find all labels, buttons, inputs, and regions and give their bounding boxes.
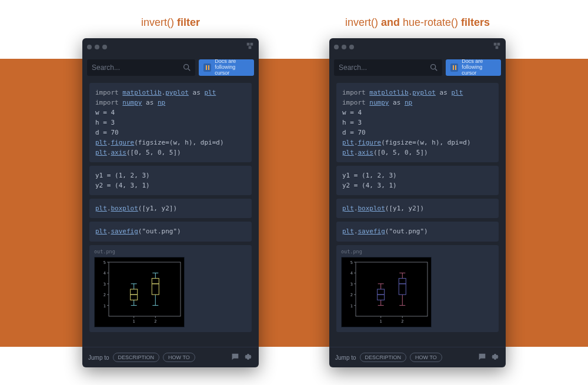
window-controls[interactable] [334,45,354,49]
search-bar: Docs are following cursor [329,56,506,81]
heading-right-word: filters [458,16,490,28]
pause-icon [450,63,458,72]
heading-left: invert() filter [82,16,259,29]
jump-description-button[interactable]: DESCRIPTION [113,353,160,362]
svg-text:3: 3 [350,282,353,286]
svg-line-1 [188,69,190,71]
output-filename: out.png [341,249,494,255]
code-block-2[interactable]: y1 = (1, 2, 3) y2 = (4, 3, 1) [336,166,499,195]
search-bar: Docs are following cursor [82,56,259,81]
minimize-icon[interactable] [95,45,99,49]
titlebar [82,38,259,56]
svg-text:2: 2 [103,293,106,297]
docs-follow-label: Docs are following cursor [462,59,496,76]
jump-label: Jump to [88,354,109,361]
gear-icon[interactable] [243,352,253,363]
app-logo-icon [493,42,501,52]
search-icon[interactable] [429,63,439,75]
output-plot: 1234512 [341,257,432,327]
close-icon[interactable] [87,45,92,49]
code-block-4[interactable]: plt.savefig("out.png") [89,222,252,241]
chat-icon[interactable] [230,352,240,363]
output-filename: out.png [94,249,247,255]
code-block-1[interactable]: import matplotlib.pyplot as plt import n… [336,83,499,162]
panel-invert: Docs are following cursor import matplot… [82,38,259,367]
svg-rect-31 [356,262,427,316]
code-block-1[interactable]: import matplotlib.pyplot as plt import n… [89,83,252,162]
search-input-wrap [334,59,442,76]
svg-text:2: 2 [401,319,403,324]
chat-icon[interactable] [477,352,487,363]
jump-howto-button[interactable]: HOW TO [163,353,195,362]
code-block-2[interactable]: y1 = (1, 2, 3) y2 = (4, 3, 1) [89,166,252,195]
heading-right-and: and [378,16,403,28]
titlebar [329,38,506,56]
zoom-icon[interactable] [349,45,354,49]
gear-icon[interactable] [490,352,500,363]
svg-rect-56 [399,278,406,294]
svg-rect-27 [152,278,159,294]
heading-right-fn1: invert() [345,16,378,28]
code-block-4[interactable]: plt.savefig("out.png") [336,222,499,241]
search-icon[interactable] [182,63,192,75]
pause-icon [203,63,211,72]
docs-follow-label: Docs are following cursor [215,59,249,76]
code-block-3[interactable]: plt.boxplot([y1, y2]) [89,199,252,218]
jump-label: Jump to [335,354,356,361]
svg-text:4: 4 [103,271,106,276]
jump-description-button[interactable]: DESCRIPTION [360,353,407,362]
svg-text:5: 5 [103,260,106,265]
output-block: out.png 1234512 [89,245,252,332]
docs-follow-button[interactable]: Docs are following cursor [199,59,254,76]
code-block-3[interactable]: plt.boxplot([y1, y2]) [336,199,499,218]
app-logo-icon [246,42,254,52]
output-block: out.png 1234512 [336,245,499,332]
close-icon[interactable] [334,45,339,49]
panel-invert-hue: Docs are following cursor import matplot… [329,38,506,367]
svg-text:3: 3 [103,282,106,286]
search-input-wrap [87,59,195,76]
docs-follow-button[interactable]: Docs are following cursor [446,59,501,76]
heading-right-fn2: hue-rotate() [403,16,458,28]
search-input[interactable] [334,59,442,76]
jump-howto-button[interactable]: HOW TO [410,353,442,362]
svg-text:5: 5 [350,260,353,265]
footer: Jump to DESCRIPTION HOW TO [329,347,506,367]
svg-text:1: 1 [350,303,353,308]
window-controls[interactable] [87,45,107,49]
search-input[interactable] [87,59,195,76]
svg-line-30 [435,69,437,71]
zoom-icon[interactable] [102,45,107,49]
svg-text:2: 2 [154,319,156,324]
minimize-icon[interactable] [342,45,346,49]
output-plot: 1234512 [94,257,185,327]
heading-right: invert() and hue-rotate() filters [329,16,506,29]
svg-point-29 [431,65,436,69]
heading-left-word: filter [174,16,200,28]
svg-text:2: 2 [350,293,353,297]
footer: Jump to DESCRIPTION HOW TO [82,347,259,367]
svg-text:1: 1 [133,319,135,324]
heading-left-fn: invert() [141,16,174,28]
svg-text:4: 4 [350,271,353,276]
svg-text:1: 1 [380,319,382,324]
svg-rect-2 [109,262,181,316]
svg-text:1: 1 [103,303,106,308]
svg-point-0 [184,65,189,69]
